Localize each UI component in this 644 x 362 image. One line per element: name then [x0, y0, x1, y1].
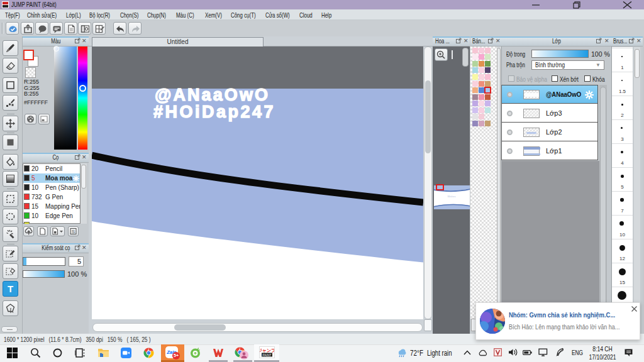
- svg-text:Wishes: Wishes: [447, 195, 455, 198]
- svg-text:PAINT: PAINT: [262, 353, 271, 357]
- svg-text:@ANaaOwO: @ANaaOwO: [155, 85, 270, 104]
- svg-text:ジャンプ: ジャンプ: [260, 348, 274, 353]
- svg-text:S: S: [72, 229, 75, 234]
- svg-text:#HOiDap247: #HOiDap247: [153, 102, 275, 121]
- svg-text:T: T: [8, 283, 13, 294]
